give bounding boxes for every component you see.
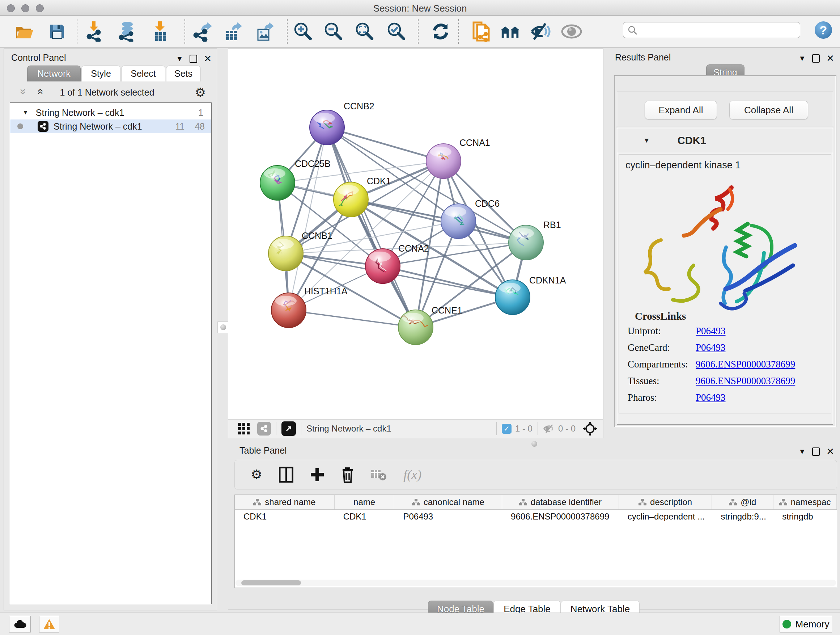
network-node-cdc6[interactable]: CDC6 [441,198,500,239]
hide-selected-icon[interactable] [530,21,551,42]
export-image-icon[interactable] [255,21,276,42]
expand-all-networks-icon[interactable]: » [36,89,43,95]
table-options-gear-icon[interactable]: ⚙ [251,468,262,481]
crosslink-link[interactable]: 9606.ENSP00000378699 [696,375,795,386]
network-edge[interactable] [289,127,327,310]
node-table[interactable]: shared namenamecanonical namedatabase id… [234,494,837,588]
network-collection-row[interactable]: ▼ String Network – cdk1 1 [10,106,211,119]
memory-label: Memory [796,619,829,630]
clone-network-icon[interactable] [471,21,492,42]
table-cell[interactable]: stringdb [774,510,837,524]
column-header-namespac[interactable]: namespac [774,495,837,509]
panel-close-icon[interactable]: ✕ [826,53,834,64]
network-edge[interactable] [327,127,416,327]
network-node-ccna1[interactable]: CCNA1 [426,138,490,179]
toolbar-separator [418,19,418,44]
gene-section-header[interactable]: ▼ CDK1 [617,128,833,153]
function-builder-icon[interactable]: f(x) [403,467,422,482]
column-header-shared-name[interactable]: shared name [235,495,335,509]
column-header-canonical-name[interactable]: canonical name [394,495,502,509]
tab-network[interactable]: Network [27,65,81,81]
cloud-status-button[interactable] [9,616,31,632]
table-cell[interactable]: cyclin–dependent ... [619,510,712,524]
export-network-icon[interactable] [192,21,213,42]
toolbar-divider [301,422,302,435]
table-cell[interactable]: CDK1 [235,510,335,524]
crosshair-icon[interactable] [583,421,597,436]
table-cell[interactable]: stringdb:9... [712,510,774,524]
birdseye-grid-icon[interactable] [238,423,250,435]
network-graph[interactable]: CCNB2CCNA1CDC25BCDK1CDC6RB1CCNB1CCNA2CDK… [228,49,603,419]
horizontal-scrollbar[interactable] [235,580,836,586]
toolbar-separator [185,19,185,44]
crosslink-link[interactable]: P06493 [696,325,726,336]
show-all-icon[interactable] [561,21,582,42]
help-icon[interactable]: ? [815,21,832,39]
tree-expander-icon[interactable]: ▼ [22,109,28,116]
zoom-out-icon[interactable] [323,21,344,42]
panel-float-icon[interactable] [812,448,820,456]
column-header-label: namespac [791,497,831,507]
network-node-rb1[interactable]: RB1 [508,220,561,260]
table-row[interactable]: CDK1CDK1P064939606.ENSP00000378699cyclin… [235,510,837,524]
panel-close-icon[interactable]: ✕ [204,53,212,65]
tab-select[interactable]: Select [121,65,165,81]
column-header-database-identifier[interactable]: database identifier [502,495,619,509]
refresh-icon[interactable] [430,21,451,42]
search-box[interactable] [623,22,800,38]
tab-style[interactable]: Style [81,65,120,81]
selected-checkbox-icon[interactable]: ✓ [502,424,512,434]
table-cell[interactable]: P06493 [394,510,502,524]
add-column-icon[interactable] [310,467,325,482]
open-session-icon[interactable] [14,21,35,42]
column-header--id[interactable]: @id [712,495,774,509]
left-splitter-handle[interactable] [218,321,229,333]
memory-button[interactable]: Memory [780,616,832,632]
scrollbar-thumb[interactable] [241,580,301,585]
zoom-in-icon[interactable] [293,21,314,42]
table-cell[interactable]: CDK1 [335,510,395,524]
collapse-all-button[interactable]: Collapse All [729,101,808,119]
export-table-icon[interactable] [223,21,244,42]
zoom-selected-icon[interactable] [386,21,407,42]
import-network-database-icon[interactable] [117,21,138,42]
crosslink-link[interactable]: P06493 [696,392,726,403]
home-icon[interactable] [500,21,521,42]
expand-all-button[interactable]: Expand All [645,101,717,119]
import-network-file-icon[interactable] [84,21,105,42]
panel-collapse-icon[interactable]: ▼ [798,448,806,456]
panel-float-icon[interactable] [812,54,820,63]
network-edge[interactable] [327,127,444,161]
column-header-description[interactable]: description [619,495,712,509]
network-node-cdc25b[interactable]: CDC25B [260,158,331,200]
warning-icon [43,619,55,630]
network-view-canvas[interactable]: CCNB2CCNA1CDC25BCDK1CDC6RB1CCNB1CCNA2CDK… [228,49,603,419]
delete-column-icon[interactable] [341,466,354,483]
crosslink-link[interactable]: 9606.ENSP00000378699 [696,359,795,370]
network-share-icon[interactable] [257,422,271,435]
tab-sets[interactable]: Sets [166,65,201,81]
zoom-fit-icon[interactable] [354,21,375,42]
network-node-hist1h1a[interactable]: HIST1H1A [271,286,347,328]
open-in-window-icon[interactable] [281,421,296,436]
panel-float-icon[interactable] [189,55,197,63]
network-options-gear-icon[interactable]: ⚙ [195,85,206,100]
import-table-icon[interactable] [150,21,171,42]
warnings-button[interactable] [39,616,59,632]
table-cell[interactable]: 9606.ENSP00000378699 [502,510,619,524]
network-node-cdkn1a[interactable]: CDKN1A [495,275,566,315]
delete-table-icon[interactable] [371,469,387,481]
node-label: CDC6 [475,198,500,209]
network-edge[interactable] [289,310,416,327]
panel-close-icon[interactable]: ✕ [826,446,834,457]
column-header-name[interactable]: name [335,495,395,509]
show-columns-icon[interactable] [279,467,294,483]
panel-collapse-icon[interactable]: ▼ [798,54,806,63]
network-row-selected[interactable]: String Network – cdk1 11 48 [10,119,211,133]
section-expander-icon[interactable]: ▼ [643,136,650,144]
crosslink-link[interactable]: P06493 [696,342,726,353]
collapse-all-networks-icon[interactable]: » [20,89,27,95]
search-input[interactable] [637,25,790,35]
panel-collapse-icon[interactable]: ▼ [176,55,183,63]
save-session-icon[interactable] [47,21,68,42]
